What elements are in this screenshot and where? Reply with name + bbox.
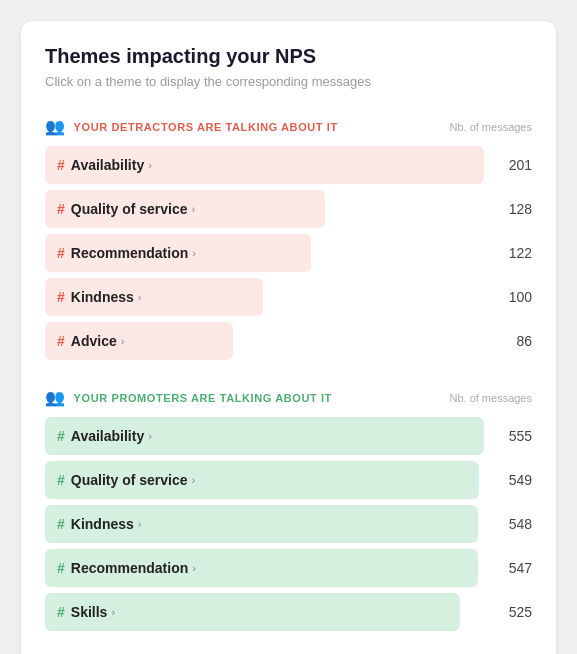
detractor-theme-name: Recommendation	[71, 245, 188, 261]
promoters-nb-label: Nb. of messages	[449, 392, 532, 404]
detractor-theme-name: Kindness	[71, 289, 134, 305]
promoter-chevron-icon: ›	[111, 606, 115, 618]
promoter-bar-area: # Kindness ›	[45, 505, 484, 543]
detractor-bar-area: # Kindness ›	[45, 278, 484, 316]
promoter-theme-row[interactable]: # Recommendation › 547	[45, 549, 532, 587]
promoter-hash-icon: #	[57, 560, 65, 576]
detractor-hash-icon: #	[57, 201, 65, 217]
detractor-theme-row[interactable]: # Quality of service › 128	[45, 190, 532, 228]
promoter-theme-name: Kindness	[71, 516, 134, 532]
promoter-theme-count: 525	[484, 604, 532, 620]
promoter-theme-row[interactable]: # Skills › 525	[45, 593, 532, 631]
promoter-hash-icon: #	[57, 428, 65, 444]
detractors-section: 👥 YOUR DETRACTORS ARE TALKING ABOUT IT N…	[45, 117, 532, 360]
promoter-theme-content: # Recommendation ›	[45, 560, 484, 576]
promoter-theme-row[interactable]: # Kindness › 548	[45, 505, 532, 543]
detractor-theme-count: 86	[484, 333, 532, 349]
promoter-bar-area: # Availability ›	[45, 417, 484, 455]
promoter-theme-content: # Kindness ›	[45, 516, 484, 532]
detractor-theme-content: # Quality of service ›	[45, 201, 484, 217]
detractor-hash-icon: #	[57, 157, 65, 173]
promoter-theme-name: Recommendation	[71, 560, 188, 576]
detractor-chevron-icon: ›	[192, 203, 196, 215]
promoters-section: 👥 YOUR PROMOTERS ARE TALKING ABOUT IT Nb…	[45, 388, 532, 631]
card-subtitle: Click on a theme to display the correspo…	[45, 74, 532, 89]
detractor-theme-row[interactable]: # Availability › 201	[45, 146, 532, 184]
promoter-theme-count: 547	[484, 560, 532, 576]
promoter-hash-icon: #	[57, 472, 65, 488]
detractor-theme-content: # Recommendation ›	[45, 245, 484, 261]
promoter-theme-count: 549	[484, 472, 532, 488]
detractors-icon: 👥	[45, 117, 66, 136]
detractors-label: 👥 YOUR DETRACTORS ARE TALKING ABOUT IT	[45, 117, 338, 136]
detractor-bar-area: # Quality of service ›	[45, 190, 484, 228]
promoters-header: 👥 YOUR PROMOTERS ARE TALKING ABOUT IT Nb…	[45, 388, 532, 407]
detractor-theme-name: Availability	[71, 157, 144, 173]
detractor-hash-icon: #	[57, 245, 65, 261]
promoter-theme-name: Availability	[71, 428, 144, 444]
detractors-nb-label: Nb. of messages	[449, 121, 532, 133]
promoter-hash-icon: #	[57, 604, 65, 620]
promoter-hash-icon: #	[57, 516, 65, 532]
promoters-label: 👥 YOUR PROMOTERS ARE TALKING ABOUT IT	[45, 388, 332, 407]
detractor-theme-name: Quality of service	[71, 201, 188, 217]
promoter-theme-count: 548	[484, 516, 532, 532]
detractor-chevron-icon: ›	[148, 159, 152, 171]
promoter-theme-name: Skills	[71, 604, 108, 620]
detractor-chevron-icon: ›	[138, 291, 142, 303]
detractor-theme-count: 201	[484, 157, 532, 173]
detractor-theme-row[interactable]: # Recommendation › 122	[45, 234, 532, 272]
promoter-theme-row[interactable]: # Availability › 555	[45, 417, 532, 455]
detractor-theme-count: 100	[484, 289, 532, 305]
promoter-theme-count: 555	[484, 428, 532, 444]
detractor-theme-row[interactable]: # Kindness › 100	[45, 278, 532, 316]
detractor-hash-icon: #	[57, 333, 65, 349]
promoters-rows: # Availability › 555 # Quality of servic…	[45, 417, 532, 631]
detractor-chevron-icon: ›	[121, 335, 125, 347]
detractor-theme-count: 128	[484, 201, 532, 217]
detractor-bar-area: # Advice ›	[45, 322, 484, 360]
detractor-chevron-icon: ›	[192, 247, 196, 259]
card-title: Themes impacting your NPS	[45, 45, 532, 68]
promoter-theme-content: # Skills ›	[45, 604, 484, 620]
promoter-theme-name: Quality of service	[71, 472, 188, 488]
detractor-hash-icon: #	[57, 289, 65, 305]
promoter-chevron-icon: ›	[192, 474, 196, 486]
promoter-chevron-icon: ›	[192, 562, 196, 574]
detractor-theme-content: # Advice ›	[45, 333, 484, 349]
detractors-header: 👥 YOUR DETRACTORS ARE TALKING ABOUT IT N…	[45, 117, 532, 136]
promoter-bar-area: # Recommendation ›	[45, 549, 484, 587]
detractor-bar-area: # Recommendation ›	[45, 234, 484, 272]
detractors-rows: # Availability › 201 # Quality of servic…	[45, 146, 532, 360]
detractor-bar-area: # Availability ›	[45, 146, 484, 184]
detractor-theme-row[interactable]: # Advice › 86	[45, 322, 532, 360]
promoter-bar-area: # Skills ›	[45, 593, 484, 631]
promoter-chevron-icon: ›	[138, 518, 142, 530]
nps-themes-card: Themes impacting your NPS Click on a the…	[20, 20, 557, 654]
detractor-theme-content: # Kindness ›	[45, 289, 484, 305]
promoter-bar-area: # Quality of service ›	[45, 461, 484, 499]
detractor-theme-count: 122	[484, 245, 532, 261]
promoter-theme-content: # Quality of service ›	[45, 472, 484, 488]
promoter-chevron-icon: ›	[148, 430, 152, 442]
promoters-icon: 👥	[45, 388, 66, 407]
detractor-theme-name: Advice	[71, 333, 117, 349]
promoter-theme-content: # Availability ›	[45, 428, 484, 444]
promoter-theme-row[interactable]: # Quality of service › 549	[45, 461, 532, 499]
detractor-theme-content: # Availability ›	[45, 157, 484, 173]
